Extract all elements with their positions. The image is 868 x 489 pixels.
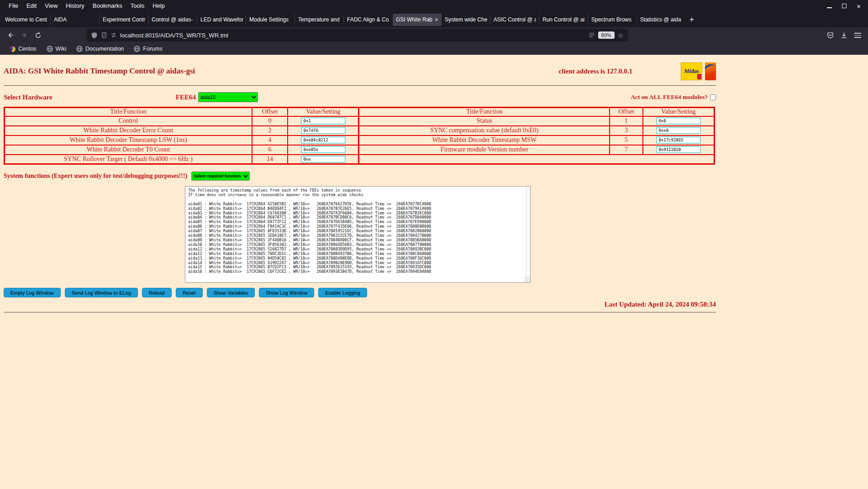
fee64-label: FEE64 (176, 94, 196, 101)
midas-logo[interactable]: Midas (681, 62, 702, 80)
log-textarea[interactable]: The following are timestamp values from … (185, 186, 531, 283)
download-icon (841, 32, 847, 39)
url-text: localhost:8015/AIDA/TS_WR/TS_WR.tml (120, 32, 585, 39)
reload-button[interactable] (31, 29, 45, 42)
register-value-input[interactable] (656, 117, 701, 125)
table-row: Control 0 Status 1 (5, 116, 715, 126)
menu-item-history[interactable]: History (62, 0, 88, 12)
new-tab-button[interactable]: + (686, 14, 698, 26)
column-header: Title/Function (359, 108, 610, 116)
column-header: Value/Setting (288, 108, 359, 116)
globe-icon (134, 46, 140, 52)
log-text: The following are timestamp values from … (185, 187, 530, 276)
reload-icon (35, 32, 42, 39)
browser-tab[interactable]: Control @ aidas- (148, 14, 197, 26)
enable-logging-button[interactable]: Enable Logging (318, 288, 367, 297)
show-log-window-button[interactable]: Show Log Window (259, 288, 314, 297)
fee64-select[interactable]: aida16 (198, 92, 258, 102)
register-value-input[interactable] (656, 127, 701, 134)
register-offset: 3 (610, 126, 642, 135)
table-row: White Rabbit Decoder Timestamp LSW (1ns)… (5, 135, 715, 145)
menu-item-tools[interactable]: Tools (126, 0, 148, 12)
browser-tab[interactable]: Experiment Contr (100, 14, 148, 26)
window-close-button[interactable]: × (857, 3, 861, 10)
table-row: White Rabbit Decoder Error Count 2 SYNC … (5, 126, 715, 135)
column-header: Value/Setting (643, 108, 715, 116)
bookmark-item-forums[interactable]: Forums (130, 44, 166, 54)
register-value-input[interactable] (301, 117, 346, 125)
browser-tab[interactable]: FADC Align & Co (344, 14, 393, 26)
register-offset: 4 (252, 135, 288, 145)
menu-button[interactable] (851, 29, 864, 42)
bookmark-item-wiki[interactable]: Wiki (42, 44, 71, 54)
menu-item-view[interactable]: View (41, 0, 62, 12)
back-button[interactable] (4, 29, 17, 42)
minimize-button[interactable] (827, 3, 832, 10)
register-value-input[interactable] (301, 136, 346, 144)
url-bar[interactable]: localhost:8015/AIDA/TS_WR/TS_WR.tml 80% … (87, 29, 628, 42)
select-hardware-label: Select Hardware (4, 94, 53, 101)
fair-logo[interactable] (705, 62, 716, 80)
forward-icon (21, 31, 28, 39)
menu-item-bookmarks[interactable]: Bookmarks (89, 0, 126, 12)
register-value-input[interactable] (301, 127, 346, 134)
system-functions-label: System functions (Expert users only for … (4, 172, 187, 180)
browser-tab[interactable]: Spectrum Brows (588, 14, 637, 26)
swap-arrows-icon (110, 32, 117, 38)
registers-table: Title/Function Offset Value/Setting Titl… (4, 107, 715, 165)
bookmarks-bar: Centos Wiki Documentation Forums (0, 43, 868, 55)
bookmark-item-documentation[interactable]: Documentation (72, 44, 128, 54)
act-on-all-checkbox[interactable] (710, 94, 716, 100)
register-title: White Rabbit Decoder Timestamp MSW (359, 135, 610, 145)
register-offset: 2 (252, 126, 288, 135)
register-offset: 7 (610, 145, 642, 155)
pocket-button[interactable] (823, 29, 837, 42)
reset-button[interactable]: Reset (176, 288, 203, 297)
menu-item-edit[interactable]: Edit (22, 0, 41, 12)
bookmark-item-centos[interactable]: Centos (5, 44, 41, 54)
register-value-input[interactable] (656, 146, 701, 153)
tab-close-icon[interactable]: × (435, 16, 438, 23)
nav-toolbar: localhost:8015/AIDA/TS_WR/TS_WR.tml 80% … (0, 27, 868, 43)
browser-tab[interactable]: LED and Wavefor (197, 14, 246, 26)
menu-item-file[interactable]: File (5, 0, 22, 12)
register-title: Firmware module Version number (359, 145, 610, 155)
browser-tab[interactable]: System wide Che (442, 14, 490, 26)
forward-button[interactable] (17, 29, 31, 42)
maximize-button[interactable] (842, 3, 847, 10)
browser-tab[interactable]: ASIC Control @ a (490, 14, 539, 26)
column-header: Offset (252, 108, 288, 116)
window-minimize-icon (827, 7, 832, 8)
register-offset: 5 (610, 135, 642, 145)
register-title: White Rabbit Decoder Error Count (5, 126, 252, 135)
browser-tab[interactable]: Statistics @ aida (637, 14, 686, 26)
empty-log-button[interactable]: Empty Log Window (4, 288, 61, 297)
browser-tab[interactable]: AIDA (51, 14, 100, 26)
bookmark-star-button[interactable]: ☆ (618, 32, 624, 39)
log-scrollbar[interactable] (526, 187, 530, 282)
menu-item-help[interactable]: Help (148, 0, 169, 12)
page-content: AIDA: GSI White Rabbit Timestamp Control… (0, 55, 868, 489)
register-title: White Rabbit Decoder T0 Count (5, 145, 252, 155)
browser-tab-active[interactable]: GSI White Rab × (393, 14, 442, 26)
show-variables-button[interactable]: Show Variables (207, 288, 255, 297)
register-value-input[interactable] (656, 136, 701, 144)
reader-mode-icon[interactable] (589, 32, 595, 38)
browser-tab[interactable]: Welcome to Cent (2, 14, 51, 26)
send-elog-button[interactable]: Send Log Window to ELog (65, 288, 138, 297)
empty-cell (359, 155, 715, 164)
download-button[interactable] (837, 29, 851, 42)
zoom-indicator[interactable]: 80% (598, 31, 615, 39)
browser-tab[interactable]: Temperature and (295, 14, 344, 26)
globe-icon (47, 46, 53, 52)
reload-page-button[interactable]: Reload (142, 288, 172, 297)
window-maximize-icon (842, 4, 847, 8)
divider (4, 312, 716, 312)
browser-tab[interactable]: Run Control @ ai (539, 14, 588, 26)
system-functions-select[interactable]: Select required function (191, 172, 250, 181)
register-title: White Rabbit Decoder Timestamp LSW (1ns) (5, 135, 252, 145)
register-value-input[interactable] (301, 146, 346, 153)
browser-tab[interactable]: Module Settings (246, 14, 295, 26)
register-value-input[interactable] (301, 156, 346, 163)
log-resize-handle[interactable] (524, 276, 530, 282)
